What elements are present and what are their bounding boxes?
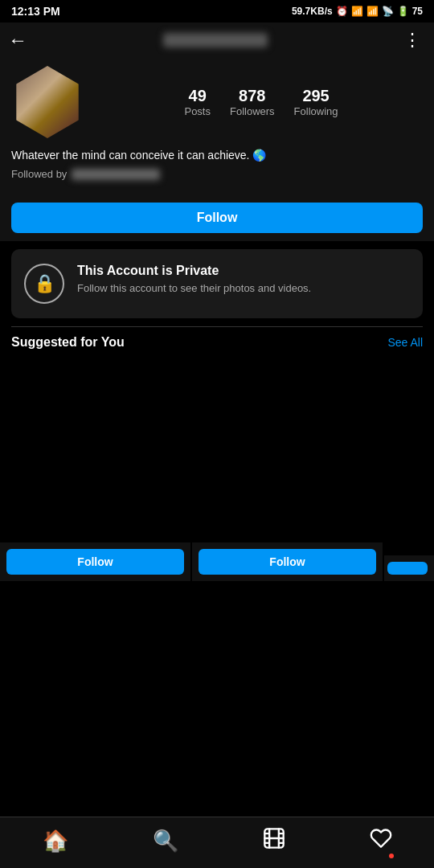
signal-icon-2: 📶 <box>366 6 379 17</box>
nav-search-icon[interactable]: 🔍 <box>153 829 178 854</box>
suggested-cards: Follow Follow <box>0 356 434 581</box>
follow-button-container: Follow <box>0 194 434 241</box>
top-nav: ← ⋮ <box>0 23 434 58</box>
posts-label: Posts <box>184 105 211 117</box>
suggested-card-2: Follow <box>192 356 383 581</box>
status-icons: 59.7KB/s ⏰ 📶 📶 📡 🔋 75 <box>292 6 423 17</box>
nav-reels-icon[interactable] <box>263 827 285 855</box>
bottom-nav: 🏠 🔍 <box>0 817 434 868</box>
more-options-button[interactable]: ⋮ <box>403 30 423 51</box>
lock-icon-wrapper: 🔒 <box>24 264 64 304</box>
following-label: Following <box>294 105 338 117</box>
private-account-notice: 🔒 This Account is Private Follow this ac… <box>11 249 423 318</box>
nav-home-icon[interactable]: 🏠 <box>43 829 68 854</box>
bottom-space <box>0 581 434 661</box>
avatar <box>11 66 84 138</box>
bio-section: Whatever the mind can conceive it can ac… <box>11 148 423 182</box>
suggested-follow-button-3[interactable] <box>387 562 428 575</box>
status-bar: 12:13 PM 59.7KB/s ⏰ 📶 📶 📡 🔋 75 <box>0 0 434 23</box>
follow-button[interactable]: Follow <box>11 203 423 233</box>
private-text: This Account is Private Follow this acco… <box>77 264 311 296</box>
signal-icon-1: 📶 <box>351 6 363 17</box>
battery-icon: 🔋 <box>397 6 409 17</box>
followed-by-name-blurred <box>72 169 160 180</box>
private-description: Follow this account to see their photos … <box>77 281 311 296</box>
avatar-image <box>11 66 84 138</box>
suggested-follow-button-1[interactable]: Follow <box>6 549 184 575</box>
profile-top: 49 Posts 878 Followers 295 Following <box>11 66 423 138</box>
followed-by-label: Followed by <box>11 167 67 182</box>
followers-count: 878 <box>239 87 265 105</box>
card-image-3 <box>384 356 434 555</box>
alarm-icon: ⏰ <box>336 6 348 17</box>
see-all-button[interactable]: See All <box>387 336 423 349</box>
followers-label: Followers <box>230 105 275 117</box>
profile-section: 49 Posts 878 Followers 295 Following Wha… <box>0 58 434 194</box>
followers-stat[interactable]: 878 Followers <box>230 87 275 117</box>
followed-by: Followed by <box>11 167 423 182</box>
back-button[interactable]: ← <box>8 29 27 51</box>
network-speed: 59.7KB/s <box>292 6 333 17</box>
lock-icon: 🔒 <box>34 273 55 294</box>
stats-row: 49 Posts 878 Followers 295 Following <box>100 87 423 117</box>
suggested-title: Suggested for You <box>11 335 125 350</box>
suggested-card-1: Follow <box>0 356 190 581</box>
suggested-follow-button-2[interactable]: Follow <box>199 549 376 575</box>
following-count: 295 <box>302 87 329 105</box>
posts-count: 49 <box>189 87 207 105</box>
status-time: 12:13 PM <box>11 5 60 18</box>
card-image-1 <box>0 356 190 542</box>
posts-stat: 49 Posts <box>184 87 211 117</box>
suggested-card-3 <box>384 356 434 581</box>
card-image-2 <box>192 356 383 542</box>
battery-level: 75 <box>412 6 423 17</box>
bio-text: Whatever the mind can conceive it can ac… <box>11 148 423 164</box>
following-stat[interactable]: 295 Following <box>294 87 338 117</box>
private-title: This Account is Private <box>77 264 311 278</box>
username-blurred <box>163 33 268 47</box>
wifi-icon: 📡 <box>382 6 394 17</box>
suggested-header: Suggested for You See All <box>0 327 434 356</box>
nav-likes-icon[interactable] <box>370 827 392 855</box>
